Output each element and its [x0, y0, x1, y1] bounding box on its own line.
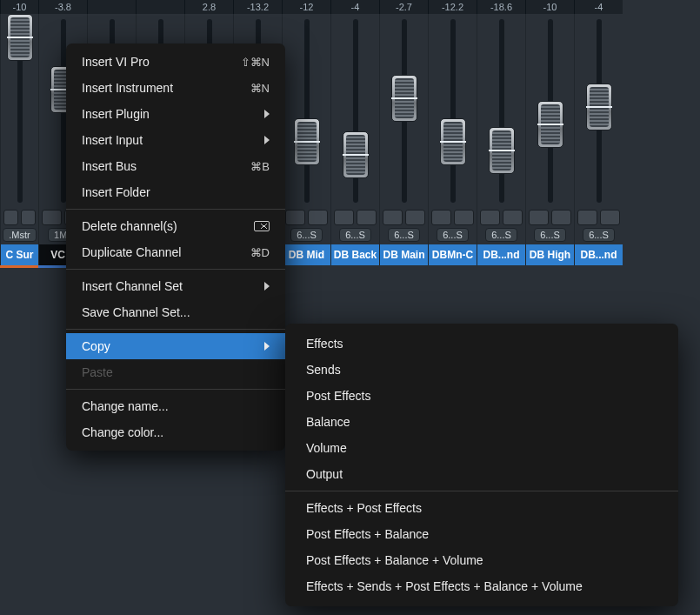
fader-track[interactable] — [0, 14, 38, 208]
menu-item[interactable]: Change name... — [66, 393, 285, 419]
menu-item[interactable]: Insert Instrument⌘N — [66, 75, 285, 101]
channel-btn[interactable] — [3, 210, 18, 225]
fader-track[interactable] — [525, 14, 574, 208]
menu-item[interactable]: Save Channel Set... — [66, 299, 285, 325]
fader-cap[interactable] — [343, 131, 369, 178]
channel-strip[interactable]: -10.MstrC Sur — [0, 0, 38, 268]
color-stripe — [477, 265, 525, 268]
menu-item[interactable]: Insert VI Pro⇧⌘N — [66, 49, 285, 75]
fader-cap[interactable] — [489, 127, 515, 174]
menu-shortcut: ⌘N — [250, 82, 270, 95]
menu-item[interactable]: Insert Channel Set — [66, 273, 285, 299]
menu-item[interactable]: Copy — [66, 333, 285, 359]
channel-number[interactable]: 6...S — [534, 228, 566, 242]
menu-item[interactable]: Insert Folder — [66, 179, 285, 205]
menu-item[interactable]: Insert Input — [66, 127, 285, 153]
channel-label-text: DB Main — [382, 249, 426, 261]
menu-item[interactable]: Duplicate Channel⌘D — [66, 239, 285, 265]
fader-track[interactable] — [282, 14, 330, 208]
channel-label[interactable]: DB...nd — [574, 244, 623, 265]
fader-track[interactable] — [574, 14, 623, 208]
chevron-right-icon — [264, 136, 270, 144]
menu-item[interactable]: Delete channel(s) — [66, 213, 285, 239]
channel-number[interactable]: .Mstr — [3, 228, 36, 242]
menu-separator — [66, 329, 285, 330]
channel-label[interactable]: DB Main — [379, 244, 428, 265]
mute-solo-row — [330, 208, 379, 225]
fader-track[interactable] — [428, 14, 477, 208]
channel-label[interactable]: DB High — [525, 244, 574, 265]
fader-cap[interactable] — [7, 14, 33, 61]
channel-number-row: 6...S — [525, 225, 574, 244]
submenu-item[interactable]: Effects + Post Effects — [285, 495, 678, 521]
fader-track[interactable] — [477, 14, 525, 208]
channel-strip[interactable]: -106...SDB High — [525, 0, 574, 268]
submenu-item[interactable]: Effects + Sends + Post Effects + Balance… — [285, 573, 678, 599]
submenu-item[interactable]: Volume — [285, 435, 678, 461]
channel-btn[interactable] — [431, 210, 451, 225]
channel-strip[interactable]: -18.66...SDB...nd — [477, 0, 525, 268]
channel-btn[interactable] — [454, 210, 474, 225]
menu-item[interactable]: Change color... — [66, 419, 285, 445]
color-stripe — [282, 265, 330, 268]
channel-number[interactable]: 6...S — [437, 228, 469, 242]
submenu-item[interactable]: Post Effects + Balance + Volume — [285, 547, 678, 573]
channel-number[interactable]: 6...S — [583, 228, 615, 242]
channel-btn[interactable] — [285, 210, 305, 225]
submenu-item[interactable]: Output — [285, 461, 678, 487]
fader-cap[interactable] — [537, 101, 563, 148]
channel-btn[interactable] — [577, 210, 597, 225]
menu-item-label: Save Channel Set... — [82, 305, 190, 319]
channel-btn[interactable] — [21, 210, 36, 225]
channel-btn[interactable] — [480, 210, 500, 225]
fader-track[interactable] — [379, 14, 428, 208]
submenu-item-label: Post Effects + Balance — [306, 527, 429, 541]
fader-cap[interactable] — [294, 118, 320, 165]
channel-btn[interactable] — [383, 210, 403, 225]
meter-db-value: -4 — [574, 0, 623, 14]
channel-number[interactable]: 6...S — [388, 228, 420, 242]
color-stripe — [428, 265, 477, 268]
channel-context-menu: Insert VI Pro⇧⌘NInsert Instrument⌘NInser… — [66, 43, 285, 451]
channel-btn[interactable] — [405, 210, 425, 225]
submenu-item[interactable]: Sends — [285, 357, 678, 383]
channel-btn[interactable] — [551, 210, 571, 225]
submenu-item[interactable]: Post Effects + Balance — [285, 521, 678, 547]
channel-strip[interactable]: -126...SDB Mid — [282, 0, 330, 268]
channel-strip[interactable]: -2.76...SDB Main — [379, 0, 428, 268]
fader-cap[interactable] — [586, 84, 612, 130]
menu-item: Paste — [66, 359, 285, 385]
meter-db-value: -3.8 — [38, 0, 87, 14]
fader-track[interactable] — [330, 14, 379, 208]
channel-btn[interactable] — [600, 210, 620, 225]
channel-btn[interactable] — [529, 210, 549, 225]
meter-db-value: -10 — [0, 0, 38, 14]
menu-item[interactable]: Insert Bus⌘B — [66, 153, 285, 179]
submenu-item[interactable]: Effects — [285, 331, 678, 357]
channel-btn[interactable] — [503, 210, 523, 225]
channel-label[interactable]: DB Mid — [282, 244, 330, 265]
menu-item[interactable]: Insert Plugin — [66, 101, 285, 127]
channel-number[interactable]: 6...S — [485, 228, 517, 242]
fader-cap[interactable] — [440, 118, 466, 165]
meter-db-value: -10 — [525, 0, 574, 14]
channel-label[interactable]: DB...nd — [477, 244, 525, 265]
channel-label[interactable]: DB Back — [330, 244, 379, 265]
channel-number[interactable]: 6...S — [290, 228, 323, 242]
color-stripe — [0, 265, 38, 268]
channel-label[interactable]: DBMn-C — [428, 244, 477, 265]
submenu-item[interactable]: Post Effects — [285, 383, 678, 409]
channel-strip[interactable]: -46...SDB Back — [330, 0, 379, 268]
channel-btn[interactable] — [308, 210, 328, 225]
channel-btn[interactable] — [42, 210, 62, 225]
channel-btn[interactable] — [357, 210, 377, 225]
submenu-item-label: Effects — [306, 337, 343, 351]
channel-label[interactable]: C Sur — [0, 244, 38, 265]
channel-strip[interactable]: -46...SDB...nd — [574, 0, 623, 268]
channel-strip[interactable]: -12.26...SDBMn-C — [428, 0, 477, 268]
channel-number[interactable]: 6...S — [339, 228, 371, 242]
menu-item-label: Insert Input — [82, 133, 143, 147]
submenu-item[interactable]: Balance — [285, 409, 678, 435]
channel-btn[interactable] — [334, 210, 354, 225]
fader-cap[interactable] — [391, 75, 417, 122]
